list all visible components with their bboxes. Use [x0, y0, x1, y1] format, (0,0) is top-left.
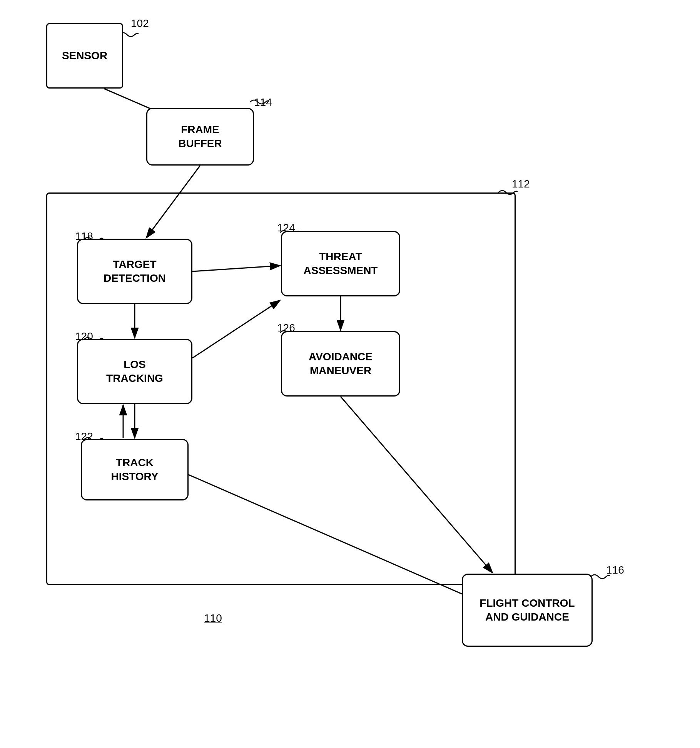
track-history-label: TRACKHISTORY: [111, 456, 159, 484]
target-detection-box: TARGETDETECTION: [77, 239, 192, 304]
frame-buffer-label: FRAMEBUFFER: [178, 123, 222, 151]
diagram-container: SENSOR 102 FRAMEBUFFER 114 112 TARGETDET…: [0, 0, 700, 748]
avoidance-maneuver-label: AVOIDANCEMANEUVER: [309, 350, 373, 378]
flight-control-label: FLIGHT CONTROLAND GUIDANCE: [479, 596, 575, 624]
sensor-box: SENSOR: [46, 23, 123, 89]
ref-126: 126: [277, 322, 295, 334]
ref-118: 118: [75, 230, 93, 243]
ref-112: 112: [512, 178, 530, 190]
target-detection-label: TARGETDETECTION: [104, 258, 166, 286]
threat-assessment-label: THREATASSESSMENT: [304, 250, 378, 278]
frame-buffer-box: FRAMEBUFFER: [146, 108, 254, 166]
track-history-box: TRACKHISTORY: [81, 439, 189, 500]
ref-124: 124: [277, 222, 295, 234]
ref-102: 102: [131, 17, 149, 30]
ref-110: 110: [204, 612, 222, 624]
ref-122: 122: [75, 430, 93, 443]
flight-control-box: FLIGHT CONTROLAND GUIDANCE: [462, 574, 593, 647]
ref-114: 114: [254, 96, 272, 109]
ref-120: 120: [75, 330, 93, 343]
los-tracking-label: LOSTRACKING: [106, 358, 163, 386]
threat-assessment-box: THREATASSESSMENT: [281, 231, 400, 296]
los-tracking-box: LOSTRACKING: [77, 339, 192, 404]
avoidance-maneuver-box: AVOIDANCEMANEUVER: [281, 331, 400, 397]
sensor-label: SENSOR: [62, 49, 107, 63]
ref-116: 116: [606, 564, 624, 576]
